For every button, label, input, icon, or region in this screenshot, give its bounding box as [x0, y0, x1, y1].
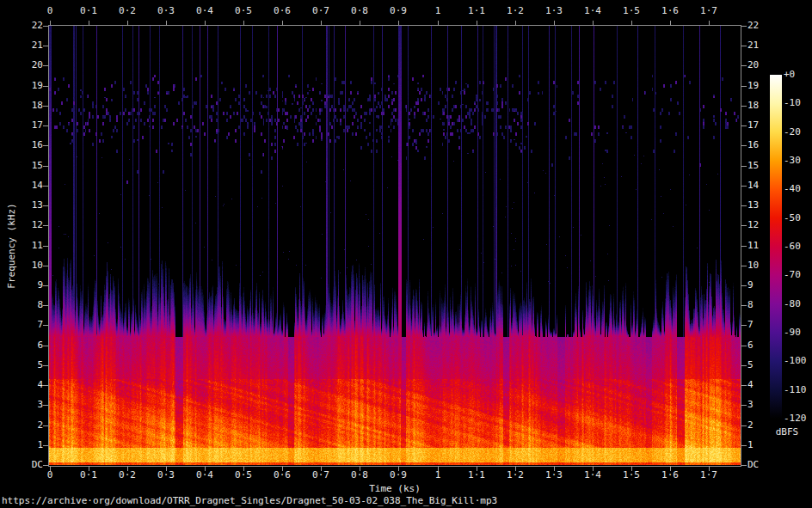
y-tick-mark-right — [741, 285, 747, 286]
y-tick-mark-right — [741, 246, 747, 247]
y-tick-mark-right — [741, 106, 747, 107]
x-axis-title: Time (ks) — [49, 483, 741, 495]
y-tick-mark-left — [43, 365, 48, 366]
x-tick-mark-top — [282, 21, 283, 26]
y-tick-label-left: 1 — [15, 439, 43, 451]
colorbar-tick-label: -90 — [784, 327, 801, 339]
x-tick-label-top: 0 — [29, 5, 71, 17]
colorbar-tick-label: -100 — [784, 355, 807, 367]
y-tick-mark-left — [43, 166, 48, 167]
y-tick-mark-left — [43, 285, 48, 286]
y-tick-mark-left — [43, 266, 48, 266]
y-tick-label-left: 11 — [15, 240, 43, 252]
y-tick-label-left: 19 — [15, 80, 43, 92]
y-tick-label-left: 8 — [15, 299, 43, 311]
y-tick-mark-left — [43, 465, 48, 466]
x-tick-label-top: 0·7 — [300, 5, 341, 17]
y-tick-mark-left — [43, 145, 48, 146]
x-tick-label-bottom: 1·2 — [495, 469, 536, 481]
x-tick-label-bottom: 0·2 — [107, 469, 148, 481]
x-tick-mark-top — [360, 21, 360, 26]
y-tick-mark-left — [43, 46, 48, 46]
y-tick-mark-right — [741, 225, 747, 226]
y-tick-mark-left — [43, 385, 48, 386]
x-tick-label-top: 0·6 — [261, 5, 303, 17]
x-tick-label-bottom: 1·3 — [533, 469, 575, 481]
y-tick-mark-right — [741, 266, 747, 266]
colorbar-tick-label: -80 — [784, 298, 801, 310]
x-tick-mark-top — [50, 21, 51, 26]
x-tick-label-bottom: 0·3 — [145, 469, 187, 481]
x-tick-label-bottom: 0·8 — [339, 469, 380, 481]
x-tick-mark-top — [243, 21, 244, 26]
y-axis-title: Frequency (kHz) — [6, 203, 18, 288]
x-tick-label-top: 1·5 — [611, 5, 652, 17]
x-tick-label-bottom: 1·7 — [688, 469, 729, 481]
colorbar-tick-label: -70 — [784, 269, 801, 281]
y-tick-mark-right — [741, 365, 747, 366]
x-tick-label-top: 0·9 — [378, 5, 419, 17]
y-tick-label-left: 12 — [15, 219, 43, 231]
spectrogram-canvas — [49, 26, 741, 465]
x-tick-label-bottom: 0·5 — [223, 469, 264, 481]
y-tick-mark-right — [741, 325, 747, 326]
x-tick-mark-top — [477, 21, 477, 26]
x-tick-mark-top — [670, 21, 671, 26]
source-url-text: https://archive·org/download/OTRR_Dragne… — [2, 495, 497, 507]
colorbar-tick-label: -110 — [784, 384, 807, 396]
y-tick-mark-left — [43, 205, 48, 206]
x-tick-label-top: 1·7 — [688, 5, 729, 17]
colorbar-tick-label: -50 — [784, 212, 801, 224]
y-tick-label-left: 7 — [15, 319, 43, 331]
x-tick-label-top: 1·4 — [572, 5, 613, 17]
x-tick-mark-top — [554, 21, 555, 26]
x-tick-mark-top — [515, 21, 516, 26]
y-tick-mark-right — [741, 405, 747, 406]
y-tick-label-left: 21 — [15, 40, 43, 52]
x-tick-mark-top — [166, 21, 167, 26]
x-tick-label-top: 1·6 — [649, 5, 691, 17]
y-tick-label-right: DC — [747, 459, 782, 471]
x-tick-label-top: 0·8 — [339, 5, 380, 17]
x-tick-label-top: 1·3 — [533, 5, 575, 17]
y-tick-mark-right — [741, 26, 747, 27]
colorbar-tick-label: -10 — [784, 97, 801, 109]
y-tick-mark-left — [43, 186, 48, 187]
x-tick-mark-top — [709, 21, 710, 26]
colorbar-gradient — [770, 75, 782, 419]
x-tick-label-bottom: 0·9 — [378, 469, 419, 481]
y-tick-mark-right — [741, 65, 747, 66]
y-tick-mark-right — [741, 205, 747, 206]
y-tick-mark-right — [741, 125, 747, 126]
y-tick-label-left: 16 — [15, 139, 43, 151]
y-tick-label-left: 3 — [15, 399, 43, 411]
y-tick-label-left: 5 — [15, 359, 43, 371]
x-tick-label-top: 0·1 — [68, 5, 109, 17]
y-tick-mark-left — [43, 86, 48, 87]
y-tick-mark-left — [43, 125, 48, 126]
x-tick-label-bottom: 0 — [29, 469, 71, 481]
colorbar-tick-label: -120 — [784, 413, 807, 425]
y-tick-mark-left — [43, 325, 48, 326]
x-tick-mark-top — [593, 21, 594, 26]
x-tick-label-bottom: 1·4 — [572, 469, 613, 481]
x-tick-label-bottom: 1·5 — [611, 469, 652, 481]
y-tick-mark-right — [741, 346, 747, 346]
y-tick-mark-right — [741, 425, 747, 426]
y-tick-label-left: 20 — [15, 59, 43, 71]
x-tick-label-top: 0·4 — [184, 5, 225, 17]
x-tick-label-bottom: 0·6 — [261, 469, 303, 481]
y-tick-label-right: 20 — [747, 59, 782, 71]
y-tick-label-right: 1 — [747, 439, 782, 451]
x-tick-label-top: 0·5 — [223, 5, 264, 17]
y-tick-label-left: 18 — [15, 100, 43, 112]
x-tick-mark-top — [321, 21, 322, 26]
y-tick-mark-right — [741, 385, 747, 386]
x-tick-label-bottom: 1 — [417, 469, 458, 481]
y-tick-label-left: 15 — [15, 160, 43, 172]
y-tick-label-left: 6 — [15, 340, 43, 352]
x-tick-label-bottom: 0·4 — [184, 469, 225, 481]
colorbar-tick-label: -20 — [784, 126, 801, 138]
y-tick-label-left: 2 — [15, 419, 43, 431]
y-tick-mark-left — [43, 26, 48, 27]
